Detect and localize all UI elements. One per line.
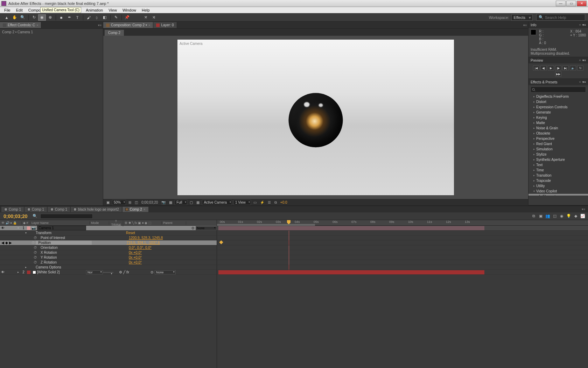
effect-category[interactable]: ▸Perspective [528, 136, 588, 141]
blend-mode-dropdown[interactable]: Nor [86, 270, 103, 274]
maximize-button[interactable]: ▭ [566, 1, 576, 6]
tab-close-icon[interactable]: × [148, 23, 150, 27]
keyframe-icon[interactable] [219, 240, 223, 244]
clone-tool-icon[interactable]: ⎀ [93, 14, 100, 21]
panel-menu-icon[interactable]: ▾≡ [582, 207, 585, 211]
timeline-tab[interactable]: Comp 1 [24, 207, 47, 212]
mute-icon[interactable]: 🔈 [570, 66, 576, 70]
menu-animation[interactable]: Animation [83, 7, 106, 13]
draft-3d-icon[interactable]: ▣ [538, 213, 544, 219]
selection-tool-icon[interactable]: ▲ [3, 14, 10, 21]
effect-category[interactable]: ▸Digieffects FreeForm [528, 94, 588, 99]
menu-file[interactable]: File [1, 7, 13, 13]
rotation-tool-icon[interactable]: ↻ [30, 14, 38, 21]
property-z-rotation[interactable]: ⏱ Z Rotation 0x +0.0° [0, 260, 217, 265]
property-point-of-interest[interactable]: ⏱ Point of Interest 1200.9, 528.3, 1245.… [0, 236, 217, 240]
layer-row-solid[interactable]: 👁 ▸ 2 [White Solid 2] Nor ⚙╱fx ⊙ None [0, 270, 217, 275]
resolution-dropdown[interactable]: Full [175, 200, 187, 205]
motion-blur-icon[interactable]: ◉ [559, 213, 565, 219]
panel-close-icon[interactable]: × [579, 23, 581, 27]
effect-controls-tab[interactable]: Effect Controls: C × [0, 22, 41, 28]
frame-blend-icon[interactable]: ◫ [552, 213, 558, 219]
effect-category[interactable]: ▸Time [528, 168, 588, 173]
timeline-tab[interactable]: Comp 1 [48, 207, 70, 212]
last-frame-icon[interactable]: ▶| [562, 66, 569, 70]
menu-edit[interactable]: Edit [13, 7, 26, 13]
pixel-aspect-icon[interactable]: ▭ [252, 200, 258, 204]
prev-frame-icon[interactable]: ◀| [540, 66, 547, 70]
local-axis-icon[interactable]: ⤧ [142, 14, 149, 21]
timecode-display[interactable]: 0;00;03;20 [140, 200, 159, 204]
pen-tool-icon[interactable]: ✒ [65, 14, 73, 21]
effect-category-video-copilot[interactable]: ▾Video Copilot [528, 189, 588, 194]
fast-previews-icon[interactable]: ⚡ [259, 200, 265, 204]
effect-category[interactable]: ▸Matte [528, 120, 588, 125]
3d-view-dropdown[interactable]: Active Camera [202, 200, 232, 205]
camera-tool-icon[interactable]: ◉ [38, 14, 46, 21]
menu-help[interactable]: Help [139, 7, 153, 13]
property-y-rotation[interactable]: ⏱ Y Rotation 0x +0.0° [0, 255, 217, 260]
layer-tab[interactable]: Layer: 0 [153, 22, 177, 28]
trkmat-dropdown[interactable] [103, 272, 113, 273]
parent-dropdown[interactable]: None [155, 270, 176, 274]
effect-category[interactable]: ▸Distort [528, 99, 588, 104]
time-ruler[interactable]: 00s 01s 02s 03s 04s 05s 06s 07s 08s 09s … [217, 220, 588, 226]
menu-window[interactable]: Window [120, 7, 139, 13]
show-channel-icon[interactable]: ▦ [168, 200, 173, 204]
effect-category[interactable]: ▸Keying [528, 115, 588, 120]
effect-category[interactable]: ▸Red Giant [528, 141, 588, 146]
timeline-tab[interactable]: black hole logo ae import2 [71, 207, 122, 212]
close-button[interactable]: ✕ [577, 1, 587, 6]
brainstorm-icon[interactable]: 💡 [566, 213, 572, 219]
roto-tool-icon[interactable]: ✎ [112, 14, 120, 21]
play-icon[interactable]: ▶ [548, 66, 554, 70]
next-frame-icon[interactable]: |▶ [555, 66, 561, 70]
effect-category[interactable]: ▸Expression Controls [528, 104, 588, 110]
rectangle-tool-icon[interactable]: ■ [57, 14, 65, 21]
effect-category[interactable]: ▸Synthetic Aperture [528, 157, 588, 162]
minimize-button[interactable]: — [556, 1, 566, 6]
eraser-tool-icon[interactable]: ◧ [101, 14, 108, 21]
panel-menu-icon[interactable]: ▾≡ [523, 23, 527, 27]
effects-search-input[interactable] [531, 87, 586, 93]
property-orientation[interactable]: ⏱ Orientation 0.0°, 0.0°, 0.0° [0, 245, 217, 250]
comp-inner-tab[interactable]: Comp 2 [105, 30, 124, 36]
world-axis-icon[interactable]: ⤨ [150, 14, 158, 21]
first-frame-icon[interactable]: |◀ [533, 66, 539, 70]
effect-category[interactable]: ▸Utility [528, 183, 588, 189]
effect-category[interactable]: ▸Simulation [528, 146, 588, 152]
effect-category[interactable]: ▸Trapcode [528, 178, 588, 183]
current-time-display[interactable]: 0;00;03;20 [0, 213, 31, 219]
panel-menu-icon[interactable]: ▾≡ [98, 23, 102, 27]
search-help-input[interactable] [545, 15, 583, 20]
effect-category[interactable]: ▸Noise & Grain [528, 125, 588, 131]
property-x-rotation[interactable]: ⏱ X Rotation 0x +0.0° [0, 250, 217, 255]
type-tool-icon[interactable]: T [74, 14, 81, 21]
effect-item-element[interactable]: fx Element [528, 194, 588, 196]
snapshot-icon[interactable]: 📷 [160, 200, 167, 204]
brush-tool-icon[interactable]: 🖌 [85, 14, 92, 21]
menu-view[interactable]: View [106, 7, 120, 13]
zoom-dropdown[interactable]: 50% [112, 200, 126, 205]
mask-icon[interactable]: ◫ [134, 200, 139, 204]
property-camera-options[interactable]: ▸ Camera Options [0, 265, 217, 270]
parent-dropdown[interactable]: None [196, 226, 217, 230]
effect-category[interactable]: ▸Transition [528, 173, 588, 178]
ram-preview-icon[interactable]: ▶▶ [555, 71, 561, 76]
property-position[interactable]: ◀ ◆ ▶ ⏱ Position 715.5, 324.1, -1037.6 [0, 240, 217, 245]
timeline-tab-active[interactable]: Comp 2× [122, 207, 148, 212]
roi-icon[interactable]: ▢ [189, 200, 194, 204]
flowchart-icon[interactable]: ⧉ [273, 200, 278, 205]
panel-close-icon[interactable]: × [579, 80, 581, 84]
timeline-icon[interactable]: ☰ [267, 200, 272, 204]
tab-close-icon[interactable]: × [36, 23, 38, 27]
always-preview-icon[interactable]: ▣ [105, 200, 111, 204]
effect-category[interactable]: ▸Obsolete [528, 131, 588, 136]
comp-mini-flowchart-icon[interactable]: ⧉ [531, 213, 537, 219]
pan-behind-tool-icon[interactable]: ⊕ [46, 14, 54, 21]
effect-category[interactable]: ▸Generate [528, 110, 588, 115]
transparency-icon[interactable]: ▦ [195, 200, 201, 204]
workspace-dropdown[interactable]: Effects [511, 14, 533, 21]
auto-keyframe-icon[interactable]: ◆ [573, 213, 579, 219]
puppet-tool-icon[interactable]: 📌 [123, 14, 131, 21]
